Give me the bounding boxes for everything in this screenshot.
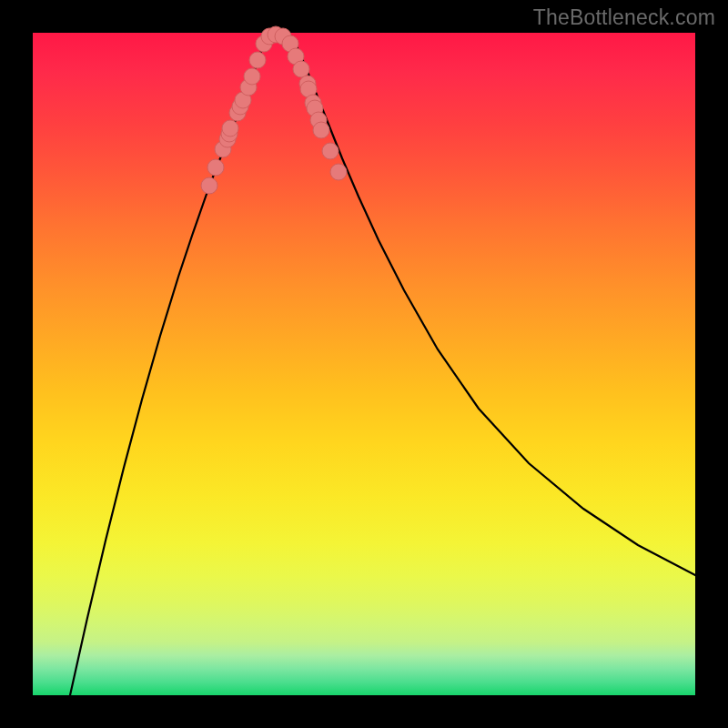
scatter-dot <box>244 68 260 85</box>
scatter-dot <box>249 52 266 68</box>
scatter-dot <box>201 177 217 194</box>
chart-overlay <box>33 33 695 695</box>
scatter-dots-group <box>201 26 347 194</box>
scatter-dot <box>322 143 339 159</box>
plot-gradient-area <box>33 33 695 695</box>
scatter-dot <box>330 164 347 180</box>
scatter-dot <box>207 159 224 176</box>
scatter-dot <box>222 120 238 136</box>
scatter-dot <box>313 122 329 138</box>
bottleneck-curve <box>70 34 695 695</box>
scatter-dot <box>293 61 309 77</box>
watermark-text: TheBottleneck.com <box>533 5 715 30</box>
frame-border: TheBottleneck.com <box>0 0 728 728</box>
